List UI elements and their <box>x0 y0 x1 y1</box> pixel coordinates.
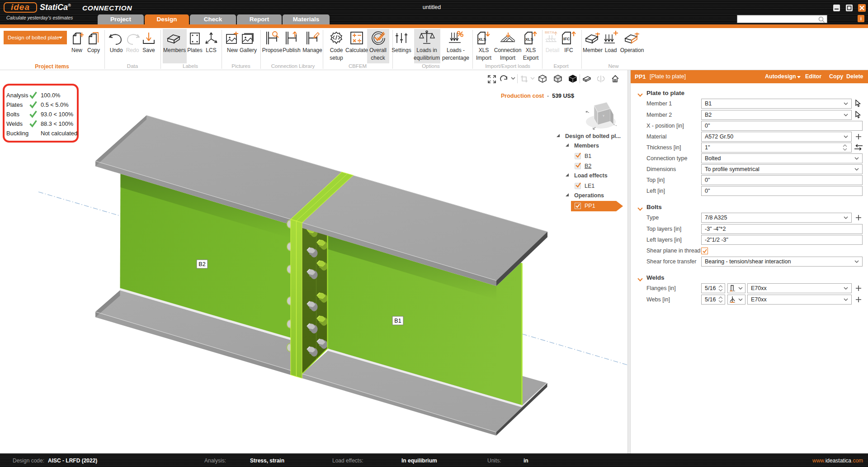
svg-text:B2: B2 <box>198 261 205 267</box>
svg-text:IFC: IFC <box>563 37 570 41</box>
svg-text:XLS: XLS <box>525 37 533 42</box>
svg-text:BETA: BETA <box>545 30 554 34</box>
svg-text:Y: Y <box>603 114 604 117</box>
svg-text:XLS: XLS <box>478 37 486 42</box>
svg-text:B1: B1 <box>394 318 401 324</box>
